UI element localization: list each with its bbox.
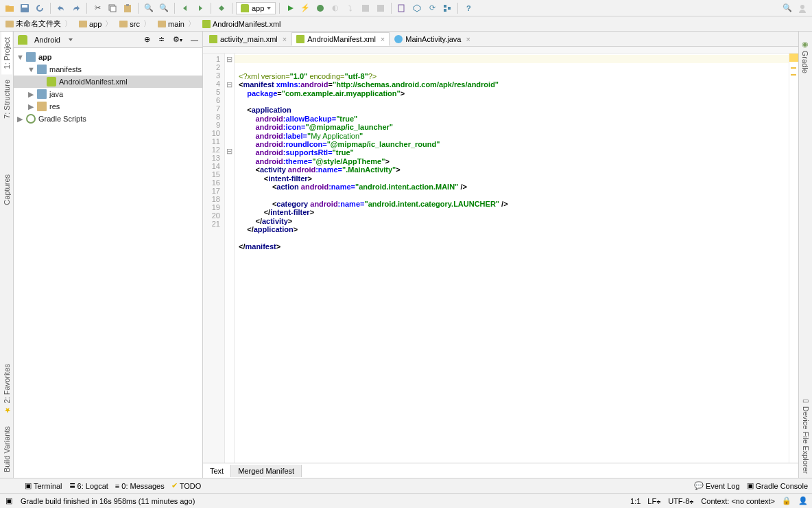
view-selector[interactable]: Android	[32, 36, 84, 44]
line-separator[interactable]: LF≑	[647, 497, 661, 505]
rail-build-variants[interactable]: Build Variants	[1, 421, 12, 478]
close-icon[interactable]: ×	[280, 35, 287, 43]
btab-merged[interactable]: Merged Manifest	[231, 465, 302, 477]
search-everywhere-icon[interactable]: 🔍	[780, 1, 794, 15]
manifest-icon	[47, 77, 56, 86]
rail-project[interactable]: 1: Project	[1, 32, 12, 74]
tree-manifest-file[interactable]: AndroidManifest.xml	[14, 76, 202, 88]
attach-icon[interactable]: ⤵	[344, 1, 357, 15]
open-icon[interactable]	[3, 1, 16, 15]
cut-icon[interactable]: ✂	[91, 1, 104, 15]
code-editor[interactable]: 1 2 3 4 5 6 7 8 9 10 11 12 13 14 15 16 1…	[203, 54, 798, 463]
btab-text[interactable]: Text	[203, 465, 231, 477]
scroll-to-icon[interactable]: ⊕	[144, 35, 150, 44]
tool-windows-bar: ▣Terminal ≣6: Logcat ≡0: Messages ✔TODO …	[0, 478, 812, 493]
man-icon[interactable]: 👤	[798, 496, 808, 505]
rail-structure[interactable]: 7: Structure	[1, 74, 12, 124]
caret-position[interactable]: 1:1	[630, 497, 641, 505]
close-icon[interactable]: ×	[464, 35, 470, 43]
expand-icon[interactable]: ▶	[16, 115, 23, 124]
save-icon[interactable]	[18, 1, 32, 15]
context-selector[interactable]: Context: <no context>	[701, 497, 775, 505]
rail-favorites[interactable]: ★2: Favorites	[1, 358, 12, 420]
java-icon	[394, 35, 403, 43]
folder-icon	[79, 21, 87, 27]
tab-activity-main[interactable]: activity_main.xml ×	[204, 32, 291, 46]
main-toolbar: ✂ 🔍 🔍 app ⚡ ◐ ⤵ ⟳ ? 🔍	[0, 0, 812, 16]
rail-device-explorer[interactable]: ▭ Device File Explorer	[800, 393, 811, 478]
apply-changes-icon[interactable]: ⚡	[298, 1, 312, 15]
help-icon[interactable]: ?	[462, 1, 475, 15]
gear-icon[interactable]: ⚙▾	[173, 35, 182, 44]
project-tree: ▼ app ▼ manifests AndroidManifest.xml ▶ …	[14, 48, 202, 128]
terminal-icon: ▣	[25, 481, 32, 490]
rail-gradle[interactable]: ◉ Gradle	[800, 36, 811, 78]
stop2-icon[interactable]	[374, 1, 387, 15]
back-icon[interactable]	[178, 1, 192, 15]
svg-rect-7	[362, 5, 369, 12]
svg-rect-9	[398, 5, 404, 12]
svg-rect-5	[126, 4, 129, 6]
svg-point-6	[317, 5, 324, 12]
run-config-selector[interactable]: app	[236, 2, 276, 14]
tree-gradle[interactable]: ▶ Gradle Scripts	[14, 113, 202, 125]
lock-icon[interactable]: ▣	[4, 496, 14, 505]
tab-main-activity[interactable]: MainActivity.java ×	[390, 32, 475, 46]
expand-icon[interactable]: ▶	[27, 102, 34, 111]
tree-res[interactable]: ▶ res	[14, 100, 202, 113]
breadcrumb-item[interactable]: src〉	[117, 19, 155, 29]
breadcrumb-item[interactable]: 未命名文件夹〉	[3, 19, 76, 29]
avd-icon[interactable]	[395, 1, 409, 15]
terminal-button[interactable]: ▣Terminal	[25, 481, 62, 490]
undo-icon[interactable]	[54, 1, 68, 15]
find-icon[interactable]: 🔍	[142, 1, 156, 15]
svg-rect-10	[444, 5, 446, 8]
expand-icon[interactable]: ▼	[27, 65, 34, 73]
manifest-icon	[202, 20, 211, 28]
forward-icon[interactable]	[193, 1, 207, 15]
messages-button[interactable]: ≡0: Messages	[115, 482, 165, 490]
run-icon[interactable]	[283, 1, 297, 15]
breadcrumb-item[interactable]: AndroidManifest.xml	[200, 20, 284, 28]
debug-icon[interactable]	[313, 1, 327, 15]
expand-icon[interactable]: ▶	[27, 90, 34, 99]
chevron-down-icon	[267, 7, 271, 10]
tree-manifests[interactable]: ▼ manifests	[14, 63, 202, 76]
editor-panel: activity_main.xml × AndroidManifest.xml …	[203, 32, 798, 478]
file-encoding[interactable]: UTF-8≑	[668, 497, 694, 505]
refresh-icon[interactable]	[33, 1, 47, 15]
close-icon[interactable]: ×	[379, 35, 385, 43]
sdk-icon[interactable]	[410, 1, 424, 15]
breadcrumb-item[interactable]: app〉	[76, 19, 117, 29]
module-icon	[26, 52, 36, 62]
structure-icon[interactable]	[440, 1, 454, 15]
user-icon[interactable]	[796, 1, 809, 15]
rail-captures[interactable]: Captures	[1, 169, 12, 211]
replace-icon[interactable]: 🔍	[157, 1, 171, 15]
breadcrumb-item[interactable]: main〉	[155, 19, 200, 29]
gradle-icon	[26, 114, 36, 124]
svg-rect-12	[448, 7, 451, 10]
copy-icon[interactable]	[106, 1, 119, 15]
error-stripe[interactable]	[789, 54, 798, 463]
line-gutter: 1 2 3 4 5 6 7 8 9 10 11 12 13 14 15 16 1…	[203, 54, 225, 463]
gradleconsole-button[interactable]: ▣Gradle Console	[747, 481, 808, 490]
folder-icon	[37, 102, 47, 111]
tree-app[interactable]: ▼ app	[14, 51, 202, 63]
todo-button[interactable]: ✔TODO	[171, 481, 202, 490]
collapse-icon[interactable]: ≑	[158, 35, 165, 44]
logcat-button[interactable]: ≣6: Logcat	[69, 481, 108, 490]
redo-icon[interactable]	[69, 1, 83, 15]
paste-icon[interactable]	[121, 1, 134, 15]
sync-icon[interactable]: ⟳	[425, 1, 439, 15]
folder-icon	[158, 21, 166, 27]
stop-icon[interactable]	[359, 1, 372, 15]
eventlog-button[interactable]: 💬Event Log	[694, 481, 740, 490]
tab-android-manifest[interactable]: AndroidManifest.xml ×	[291, 32, 390, 46]
hide-icon[interactable]: —	[191, 36, 198, 44]
profile-icon[interactable]: ◐	[329, 1, 342, 15]
build-icon[interactable]	[215, 1, 228, 15]
inspector-icon[interactable]: 🔒	[782, 496, 791, 505]
expand-icon[interactable]: ▼	[16, 53, 23, 61]
tree-java[interactable]: ▶ java	[14, 88, 202, 100]
